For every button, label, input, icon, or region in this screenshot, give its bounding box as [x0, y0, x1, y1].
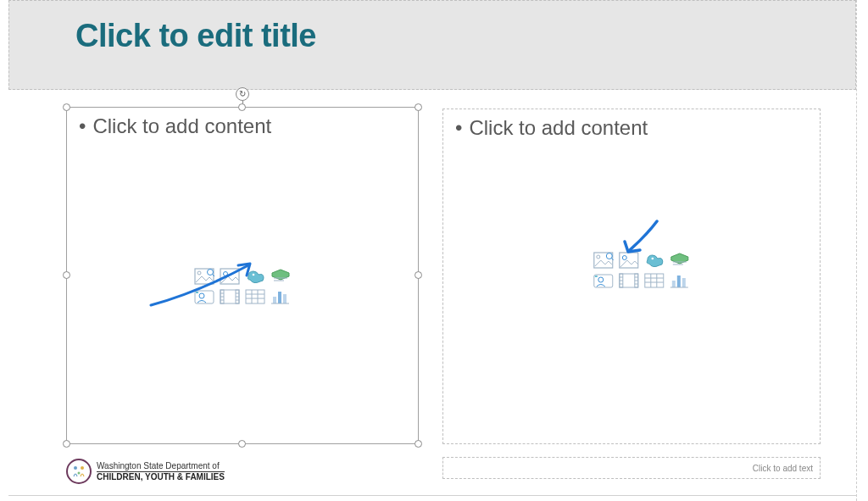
insert-table-icon[interactable]: [243, 287, 267, 306]
svg-point-5: [224, 272, 228, 276]
svg-rect-30: [594, 253, 613, 268]
svg-rect-41: [595, 276, 598, 277]
svg-point-6: [253, 274, 255, 276]
resize-handle[interactable]: [415, 440, 422, 448]
logo-line2: CHILDREN, YOUTH & FAMILIES: [97, 473, 225, 482]
logo-icon: [66, 459, 92, 484]
svg-point-60: [74, 466, 77, 470]
svg-point-1: [198, 271, 201, 275]
placeholder-icon-grid: [592, 251, 692, 290]
svg-rect-0: [195, 269, 214, 284]
insert-table-icon[interactable]: [643, 271, 666, 290]
svg-rect-28: [283, 294, 287, 303]
title-placeholder[interactable]: Click to edit title: [8, 0, 856, 90]
icons-icon[interactable]: [643, 251, 666, 270]
placeholder-icon-grid: [192, 267, 292, 306]
cameo-icon[interactable]: [592, 271, 615, 290]
svg-point-36: [652, 258, 654, 260]
footer-logo: Washington State Department of CHILDREN,…: [66, 459, 225, 484]
svg-point-2: [208, 270, 214, 276]
resize-handle[interactable]: [238, 440, 246, 448]
svg-rect-27: [278, 292, 281, 303]
insert-video-icon[interactable]: [218, 287, 242, 306]
svg-rect-58: [682, 278, 686, 287]
insert-picture-icon[interactable]: [218, 267, 242, 286]
svg-rect-57: [677, 276, 681, 287]
svg-rect-26: [273, 297, 276, 303]
content-text[interactable]: •Click to add content: [79, 114, 271, 138]
slide-guide: [8, 495, 857, 496]
svg-point-40: [598, 277, 604, 282]
insert-picture-icon[interactable]: [617, 251, 641, 270]
slide-guide: [856, 0, 857, 501]
resize-handle[interactable]: [415, 271, 422, 279]
svg-rect-11: [196, 292, 198, 293]
notes-text: Click to add text: [753, 464, 813, 473]
logo-text: Washington State Department of CHILDREN,…: [97, 462, 225, 482]
cameo-icon[interactable]: [192, 287, 216, 306]
svg-rect-51: [645, 274, 664, 287]
resize-handle[interactable]: [63, 271, 70, 279]
svg-point-61: [81, 466, 84, 470]
resize-handle[interactable]: [63, 103, 70, 111]
content-placeholder-left[interactable]: ↻ •Click to add content: [66, 107, 419, 444]
rotate-handle[interactable]: ↻: [236, 87, 249, 101]
svg-point-32: [606, 253, 612, 259]
title-text[interactable]: Click to edit title: [75, 18, 316, 54]
bullet-icon: •: [455, 116, 462, 139]
insert-chart-icon[interactable]: [668, 271, 692, 290]
smartart-icon[interactable]: [668, 251, 692, 270]
resize-handle[interactable]: [63, 440, 70, 448]
stock-image-icon[interactable]: [192, 267, 216, 286]
smartart-icon[interactable]: [269, 267, 292, 286]
content-text-label: Click to add content: [469, 116, 648, 139]
icons-icon[interactable]: [243, 267, 267, 286]
content-text-label: Click to add content: [92, 114, 271, 137]
svg-rect-21: [246, 290, 264, 303]
notes-placeholder[interactable]: Click to add text: [442, 457, 821, 479]
insert-video-icon[interactable]: [617, 271, 641, 290]
content-placeholder-right[interactable]: •Click to add content: [442, 109, 821, 444]
resize-handle[interactable]: [415, 103, 422, 111]
logo-line1: Washington State Department of: [97, 462, 225, 472]
bullet-icon: •: [79, 114, 86, 137]
slide-canvas: Click to edit title ↻ •Click to add cont…: [0, 0, 868, 501]
svg-point-31: [597, 255, 600, 259]
svg-rect-56: [672, 281, 676, 287]
svg-point-35: [622, 256, 626, 260]
resize-handle[interactable]: [238, 103, 246, 111]
content-text[interactable]: •Click to add content: [455, 116, 648, 140]
svg-point-10: [199, 293, 204, 298]
svg-point-62: [78, 472, 81, 475]
insert-chart-icon[interactable]: [269, 287, 292, 306]
stock-image-icon[interactable]: [592, 251, 615, 270]
